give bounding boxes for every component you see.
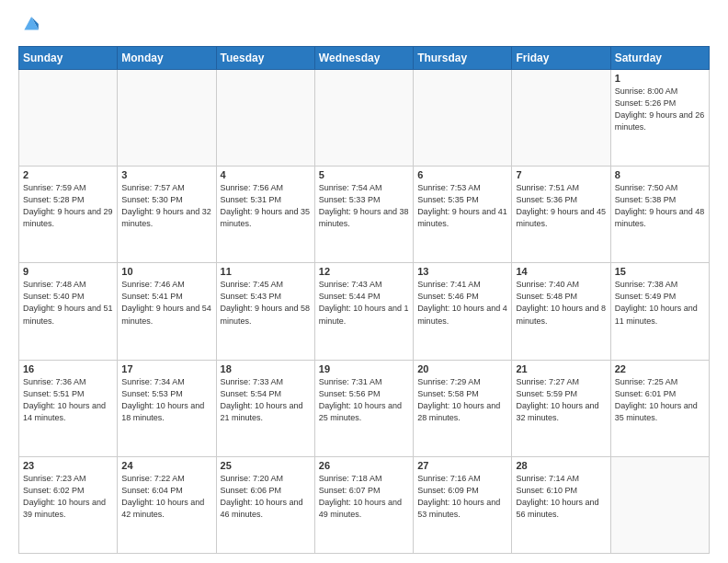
col-header-thursday: Thursday (414, 47, 512, 70)
header (18, 15, 710, 39)
day-number: 4 (221, 169, 311, 180)
day-info: Sunrise: 7:36 AM Sunset: 5:51 PM Dayligh… (23, 376, 113, 424)
day-number: 18 (221, 363, 311, 374)
calendar-cell: 21Sunrise: 7:27 AM Sunset: 5:59 PM Dayli… (512, 360, 610, 456)
day-number: 21 (516, 363, 606, 374)
calendar-cell: 28Sunrise: 7:14 AM Sunset: 6:10 PM Dayli… (512, 456, 610, 553)
calendar-cell: 8Sunrise: 7:50 AM Sunset: 5:38 PM Daylig… (610, 167, 709, 263)
calendar-cell: 11Sunrise: 7:45 AM Sunset: 5:43 PM Dayli… (216, 263, 314, 360)
calendar-cell: 1Sunrise: 8:00 AM Sunset: 5:26 PM Daylig… (610, 70, 709, 167)
calendar-cell: 10Sunrise: 7:46 AM Sunset: 5:41 PM Dayli… (118, 263, 216, 360)
day-number: 7 (516, 169, 606, 180)
calendar-cell: 4Sunrise: 7:56 AM Sunset: 5:31 PM Daylig… (216, 167, 314, 263)
calendar-cell: 14Sunrise: 7:40 AM Sunset: 5:48 PM Dayli… (512, 263, 610, 360)
day-info: Sunrise: 7:50 AM Sunset: 5:38 PM Dayligh… (615, 182, 705, 230)
day-info: Sunrise: 8:00 AM Sunset: 5:26 PM Dayligh… (615, 86, 705, 133)
day-number: 23 (23, 460, 113, 471)
day-info: Sunrise: 7:27 AM Sunset: 5:59 PM Dayligh… (516, 376, 606, 424)
day-info: Sunrise: 7:34 AM Sunset: 5:53 PM Dayligh… (121, 376, 211, 424)
day-info: Sunrise: 7:22 AM Sunset: 6:04 PM Dayligh… (121, 473, 211, 521)
calendar-cell: 5Sunrise: 7:54 AM Sunset: 5:33 PM Daylig… (314, 167, 413, 263)
day-info: Sunrise: 7:31 AM Sunset: 5:56 PM Dayligh… (319, 376, 409, 424)
day-number: 27 (417, 460, 507, 471)
calendar-cell: 25Sunrise: 7:20 AM Sunset: 6:06 PM Dayli… (216, 456, 314, 553)
calendar-cell: 7Sunrise: 7:51 AM Sunset: 5:36 PM Daylig… (512, 167, 610, 263)
calendar-cell: 24Sunrise: 7:22 AM Sunset: 6:04 PM Dayli… (118, 456, 216, 553)
day-number: 28 (516, 460, 606, 471)
calendar-week-4: 16Sunrise: 7:36 AM Sunset: 5:51 PM Dayli… (19, 360, 710, 456)
day-info: Sunrise: 7:59 AM Sunset: 5:28 PM Dayligh… (23, 182, 113, 230)
col-header-saturday: Saturday (610, 47, 709, 70)
col-header-wednesday: Wednesday (314, 47, 413, 70)
calendar-cell: 15Sunrise: 7:38 AM Sunset: 5:49 PM Dayli… (610, 263, 709, 360)
day-number: 24 (121, 460, 211, 471)
col-header-tuesday: Tuesday (216, 47, 314, 70)
day-number: 17 (121, 363, 211, 374)
day-info: Sunrise: 7:43 AM Sunset: 5:44 PM Dayligh… (319, 279, 409, 327)
day-number: 16 (23, 363, 113, 374)
day-info: Sunrise: 7:23 AM Sunset: 6:02 PM Dayligh… (23, 473, 113, 521)
calendar-cell: 22Sunrise: 7:25 AM Sunset: 6:01 PM Dayli… (610, 360, 709, 456)
calendar-cell (512, 70, 610, 167)
col-header-sunday: Sunday (19, 47, 118, 70)
calendar-cell: 19Sunrise: 7:31 AM Sunset: 5:56 PM Dayli… (314, 360, 413, 456)
day-number: 5 (319, 169, 409, 180)
day-info: Sunrise: 7:45 AM Sunset: 5:43 PM Dayligh… (221, 279, 311, 327)
calendar-cell (610, 456, 709, 553)
calendar-cell: 18Sunrise: 7:33 AM Sunset: 5:54 PM Dayli… (216, 360, 314, 456)
calendar-header-row: SundayMondayTuesdayWednesdayThursdayFrid… (19, 47, 710, 70)
calendar-week-1: 1Sunrise: 8:00 AM Sunset: 5:26 PM Daylig… (19, 70, 710, 167)
calendar-cell: 26Sunrise: 7:18 AM Sunset: 6:07 PM Dayli… (314, 456, 413, 553)
day-info: Sunrise: 7:54 AM Sunset: 5:33 PM Dayligh… (319, 182, 409, 230)
day-info: Sunrise: 7:20 AM Sunset: 6:06 PM Dayligh… (221, 473, 311, 521)
col-header-monday: Monday (118, 47, 216, 70)
calendar-cell (314, 70, 413, 167)
day-info: Sunrise: 7:16 AM Sunset: 6:09 PM Dayligh… (417, 473, 507, 521)
calendar-table: SundayMondayTuesdayWednesdayThursdayFrid… (18, 46, 710, 554)
day-number: 19 (319, 363, 409, 374)
day-number: 1 (615, 73, 705, 84)
day-number: 11 (221, 266, 311, 277)
calendar-cell (19, 70, 118, 167)
day-number: 25 (221, 460, 311, 471)
day-number: 20 (417, 363, 507, 374)
day-info: Sunrise: 7:57 AM Sunset: 5:30 PM Dayligh… (121, 182, 211, 230)
day-info: Sunrise: 7:56 AM Sunset: 5:31 PM Dayligh… (221, 182, 311, 230)
day-info: Sunrise: 7:38 AM Sunset: 5:49 PM Dayligh… (615, 279, 705, 327)
day-info: Sunrise: 7:14 AM Sunset: 6:10 PM Dayligh… (516, 473, 606, 521)
calendar-cell (216, 70, 314, 167)
logo (18, 15, 40, 39)
col-header-friday: Friday (512, 47, 610, 70)
calendar-cell (118, 70, 216, 167)
calendar-cell: 3Sunrise: 7:57 AM Sunset: 5:30 PM Daylig… (118, 167, 216, 263)
day-info: Sunrise: 7:48 AM Sunset: 5:40 PM Dayligh… (23, 279, 113, 327)
calendar-cell: 17Sunrise: 7:34 AM Sunset: 5:53 PM Dayli… (118, 360, 216, 456)
day-info: Sunrise: 7:40 AM Sunset: 5:48 PM Dayligh… (516, 279, 606, 327)
calendar-cell: 9Sunrise: 7:48 AM Sunset: 5:40 PM Daylig… (19, 263, 118, 360)
calendar-cell: 12Sunrise: 7:43 AM Sunset: 5:44 PM Dayli… (314, 263, 413, 360)
calendar-cell (414, 70, 512, 167)
day-info: Sunrise: 7:51 AM Sunset: 5:36 PM Dayligh… (516, 182, 606, 230)
calendar-cell: 13Sunrise: 7:41 AM Sunset: 5:46 PM Dayli… (414, 263, 512, 360)
day-info: Sunrise: 7:46 AM Sunset: 5:41 PM Dayligh… (121, 279, 211, 327)
day-number: 6 (417, 169, 507, 180)
calendar-week-5: 23Sunrise: 7:23 AM Sunset: 6:02 PM Dayli… (19, 456, 710, 553)
calendar-cell: 23Sunrise: 7:23 AM Sunset: 6:02 PM Dayli… (19, 456, 118, 553)
day-number: 9 (23, 266, 113, 277)
calendar-cell: 27Sunrise: 7:16 AM Sunset: 6:09 PM Dayli… (414, 456, 512, 553)
day-number: 8 (615, 169, 705, 180)
day-number: 22 (615, 363, 705, 374)
day-number: 14 (516, 266, 606, 277)
calendar-week-2: 2Sunrise: 7:59 AM Sunset: 5:28 PM Daylig… (19, 167, 710, 263)
day-number: 3 (121, 169, 211, 180)
day-info: Sunrise: 7:29 AM Sunset: 5:58 PM Dayligh… (417, 376, 507, 424)
page: SundayMondayTuesdayWednesdayThursdayFrid… (0, 0, 728, 563)
calendar-week-3: 9Sunrise: 7:48 AM Sunset: 5:40 PM Daylig… (19, 263, 710, 360)
day-info: Sunrise: 7:53 AM Sunset: 5:35 PM Dayligh… (417, 182, 507, 230)
day-number: 12 (319, 266, 409, 277)
day-info: Sunrise: 7:25 AM Sunset: 6:01 PM Dayligh… (615, 376, 705, 424)
day-number: 10 (121, 266, 211, 277)
calendar-cell: 16Sunrise: 7:36 AM Sunset: 5:51 PM Dayli… (19, 360, 118, 456)
day-info: Sunrise: 7:18 AM Sunset: 6:07 PM Dayligh… (319, 473, 409, 521)
calendar-cell: 6Sunrise: 7:53 AM Sunset: 5:35 PM Daylig… (414, 167, 512, 263)
